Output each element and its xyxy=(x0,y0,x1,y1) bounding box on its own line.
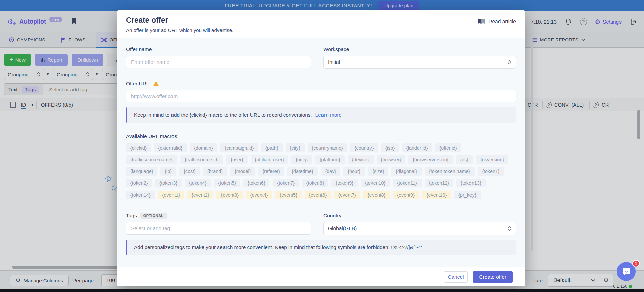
macro-chip[interactable]: {token13} xyxy=(456,179,485,187)
macro-chip[interactable]: {token7} xyxy=(273,179,299,187)
macro-chip[interactable]: {token14} xyxy=(126,191,155,199)
macro-chip[interactable]: {trafficsource.id} xyxy=(180,155,223,164)
macro-chip[interactable]: {ip} xyxy=(160,167,176,176)
macro-chip[interactable]: {datetime} xyxy=(287,167,317,176)
macro-chip[interactable]: {campaign.id} xyxy=(220,143,258,152)
tags-label-row: Tags OPTIONAL xyxy=(126,213,311,219)
macro-chip[interactable]: {token9} xyxy=(331,179,357,187)
macro-chip[interactable]: {browserversion} xyxy=(408,155,453,164)
workspace-label: Workspace xyxy=(323,46,516,52)
screen: FREE TRIAL. UPGRADE & GET FULL ACCESS IN… xyxy=(0,0,644,292)
macro-chip[interactable]: {countryname} xyxy=(308,143,347,152)
tags-note: Add personalized tags to make your searc… xyxy=(126,240,516,255)
modal-footer: Cancel Create offer xyxy=(117,267,525,286)
macro-chip[interactable]: {city} xyxy=(286,143,305,152)
modal-header: Create offer An offer is your ad URL whi… xyxy=(117,10,525,38)
macro-chip[interactable]: {event8} xyxy=(363,191,390,199)
macro-chip[interactable]: {token10} xyxy=(361,179,390,187)
macro-chip[interactable]: {uniq} xyxy=(291,155,312,164)
macros-label: Available URL macros: xyxy=(126,133,516,139)
tags-input[interactable] xyxy=(126,222,311,235)
macro-chip[interactable]: {affiliate.user} xyxy=(251,155,288,164)
chat-unread-badge: 1 xyxy=(632,260,640,267)
macro-chip[interactable]: {event6} xyxy=(305,191,331,199)
macro-chip[interactable]: {device} xyxy=(348,155,374,164)
macro-chip[interactable]: {osversion} xyxy=(476,155,508,164)
modal-scrollbar[interactable] xyxy=(531,38,533,251)
macro-chip[interactable]: {path} xyxy=(261,143,282,152)
modal-subtitle: An offer is your ad URL which you will a… xyxy=(126,27,233,33)
macro-chip[interactable]: {domain} xyxy=(190,143,217,152)
macro-chip[interactable]: {language} xyxy=(126,167,157,176)
macro-chip[interactable]: {lander.id} xyxy=(402,143,432,152)
workspace-select[interactable]: Initial xyxy=(323,56,516,69)
optional-badge: OPTIONAL xyxy=(140,213,167,219)
modal-title-block: Create offer An offer is your ad URL whi… xyxy=(126,16,233,38)
macro-chip[interactable]: {event7} xyxy=(334,191,360,199)
macro-chip[interactable]: {clickid} xyxy=(126,143,151,152)
macro-chip[interactable]: {token2} xyxy=(126,179,152,187)
macro-chip[interactable]: {externalid} xyxy=(154,143,187,152)
macro-chip[interactable]: {event2} xyxy=(187,191,213,199)
macro-chip[interactable]: {token6} xyxy=(243,179,269,187)
macro-chip[interactable]: {user} xyxy=(226,155,247,164)
macro-chip[interactable]: {event1} xyxy=(158,191,184,199)
macro-chip[interactable]: {token5} xyxy=(214,179,240,187)
modal-body: Offer name Workspace Initial Offer URL xyxy=(117,38,525,267)
macro-chip[interactable]: {platform} xyxy=(315,155,345,164)
macro-chip[interactable]: {isp} xyxy=(381,143,399,152)
read-article-label: Read article xyxy=(488,18,516,25)
macro-chip[interactable]: {token4} xyxy=(185,179,211,187)
updown-chevrons-icon xyxy=(507,59,511,65)
macro-chip[interactable]: {hour} xyxy=(343,167,365,176)
clickid-note-text: Keep in mind to add the {clickid} macro … xyxy=(134,112,312,118)
learn-more-link[interactable]: Learn more xyxy=(315,112,342,118)
tags-country-row: Tags OPTIONAL Country Global(GLB) xyxy=(126,213,516,235)
macro-chip[interactable]: {token8} xyxy=(302,179,328,187)
macro-chip[interactable]: {cost} xyxy=(179,167,200,176)
offer-url-input[interactable] xyxy=(126,90,516,102)
create-offer-modal: Create offer An offer is your ad URL whi… xyxy=(117,10,525,286)
macro-chip[interactable]: {pr_key} xyxy=(454,191,480,199)
macro-chip[interactable]: {event5} xyxy=(275,191,301,199)
version-label: 0.1.150 xyxy=(613,284,632,289)
macro-chip[interactable]: {referer} xyxy=(258,167,284,176)
macro-chip[interactable]: {token11} xyxy=(393,179,421,187)
macro-chip[interactable]: {size} xyxy=(368,167,388,176)
chat-icon xyxy=(622,267,631,276)
macro-chip[interactable]: {token12} xyxy=(425,179,453,187)
offer-url-label: Offer URL xyxy=(126,81,149,87)
name-workspace-row: Offer name Workspace Initial xyxy=(126,46,516,69)
read-article-link[interactable]: Read article xyxy=(477,16,516,38)
macro-chip[interactable]: {event9} xyxy=(393,191,419,199)
macro-chip[interactable]: {brand} xyxy=(203,167,227,176)
country-select[interactable]: Global(GLB) xyxy=(323,222,516,235)
updown-chevrons-icon xyxy=(507,226,511,231)
macro-chip[interactable]: {diagonal} xyxy=(391,167,422,176)
offer-name-label: Offer name xyxy=(126,46,311,52)
macro-chip[interactable]: {event3} xyxy=(216,191,243,199)
macro-chip[interactable]: {token1} xyxy=(478,167,504,176)
macro-chip[interactable]: {token3} xyxy=(155,179,181,187)
macro-chip[interactable]: {browser} xyxy=(377,155,405,164)
macro-chip[interactable]: {trafficsource.name} xyxy=(126,155,177,164)
create-offer-button[interactable]: Create offer xyxy=(473,271,513,283)
offer-name-input[interactable] xyxy=(126,56,311,68)
macro-chip[interactable]: {token:token name} xyxy=(425,167,475,176)
macro-chip[interactable]: {model} xyxy=(230,167,255,176)
offer-url-label-row: Offer URL xyxy=(126,81,516,87)
modal-title: Create offer xyxy=(126,16,233,25)
macro-chips: {clickid}{externalid}{domain}{campaign.i… xyxy=(126,143,512,199)
macro-chip[interactable]: {offer.id} xyxy=(435,143,461,152)
macro-chip[interactable]: {event10} xyxy=(422,191,451,199)
online-status-dot xyxy=(629,285,632,288)
macro-chip[interactable]: {os} xyxy=(456,155,473,164)
warning-icon xyxy=(153,81,159,87)
cancel-button[interactable]: Cancel xyxy=(444,271,468,283)
macro-chip[interactable]: {event4} xyxy=(246,191,272,199)
book-icon xyxy=(477,18,485,25)
country-label: Country xyxy=(323,213,516,219)
clickid-note: Keep in mind to add the {clickid} macro … xyxy=(126,107,516,123)
macro-chip[interactable]: {day} xyxy=(321,167,341,176)
macro-chip[interactable]: {country} xyxy=(350,143,378,152)
